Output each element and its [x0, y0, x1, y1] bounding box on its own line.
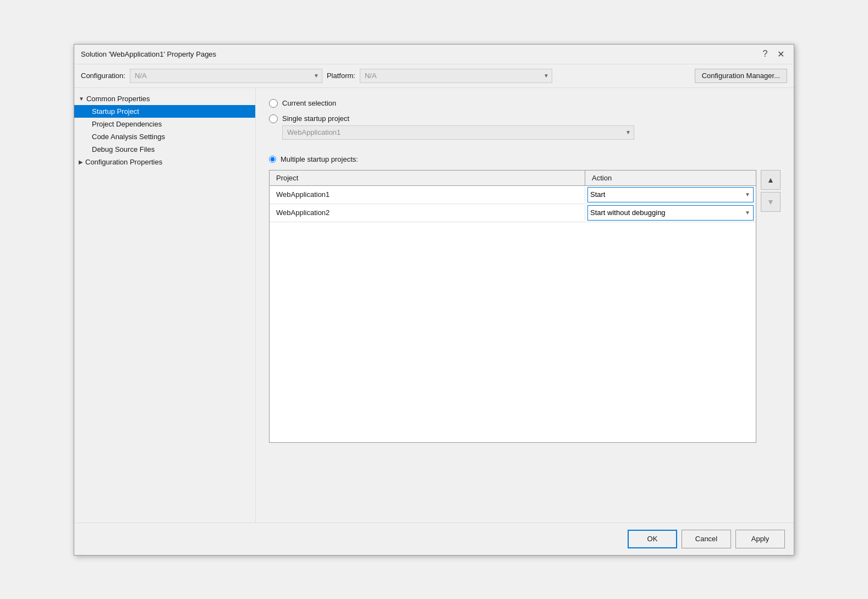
single-startup-radio[interactable] — [269, 114, 278, 123]
cancel-button[interactable]: Cancel — [682, 530, 731, 548]
single-startup-row: Single startup project — [269, 114, 781, 123]
sidebar-item-project-dependencies-label: Project Dependencies — [92, 120, 162, 128]
action-select-wrapper-1: None Start Start without debugging ▼ — [587, 187, 754, 202]
single-startup-select[interactable]: WebApplication1 — [282, 125, 634, 140]
action-select-1[interactable]: None Start Start without debugging — [587, 187, 754, 202]
multiple-startup-section: Multiple startup projects: Project Actio… — [269, 155, 781, 443]
move-up-button[interactable]: ▲ — [761, 170, 781, 190]
table-header: Project Action — [270, 171, 756, 186]
config-manager-button[interactable]: Configuration Manager... — [695, 69, 787, 83]
single-startup-select-wrapper: WebApplication1 ▼ — [282, 125, 634, 140]
configuration-properties-arrow: ▶ — [79, 159, 83, 165]
current-selection-row: Current selection — [269, 99, 781, 108]
single-startup-group: Single startup project WebApplication1 ▼ — [269, 114, 781, 140]
current-selection-radio[interactable] — [269, 99, 278, 108]
move-down-button[interactable]: ▼ — [761, 192, 781, 212]
configuration-properties-label: Configuration Properties — [85, 158, 162, 166]
common-properties-label: Common Properties — [86, 95, 150, 103]
sidebar: ▼ Common Properties Startup Project Proj… — [74, 88, 256, 523]
multiple-startup-label[interactable]: Multiple startup projects: — [281, 155, 358, 163]
sidebar-item-code-analysis-label: Code Analysis Settings — [92, 133, 165, 141]
common-properties-header[interactable]: ▼ Common Properties — [74, 92, 255, 105]
platform-label: Platform: — [327, 72, 355, 80]
single-startup-dropdown: WebApplication1 ▼ — [282, 125, 781, 140]
projects-table: Project Action WebApplication1 None — [269, 170, 756, 443]
single-startup-label[interactable]: Single startup project — [282, 114, 349, 123]
sidebar-item-startup-project-label: Startup Project — [92, 107, 139, 116]
config-bar: Configuration: N/A ▼ Platform: N/A ▼ Con… — [74, 64, 794, 88]
action-select-wrapper-2: None Start Start without debugging ▼ — [587, 205, 754, 221]
action-select-2[interactable]: None Start Start without debugging — [587, 205, 754, 221]
table-row: WebApplication2 None Start Start without… — [270, 204, 756, 222]
sidebar-item-startup-project[interactable]: Startup Project — [74, 105, 255, 118]
bottom-bar: OK Cancel Apply — [74, 523, 794, 555]
title-bar: Solution 'WebApplication1' Property Page… — [74, 45, 794, 64]
action-cell-2: None Start Start without debugging ▼ — [585, 204, 756, 222]
close-button[interactable]: ✕ — [774, 47, 787, 61]
configuration-select[interactable]: N/A — [130, 69, 322, 83]
configuration-select-wrapper: N/A ▼ — [130, 69, 322, 83]
project-cell-1: WebApplication1 — [270, 187, 585, 202]
common-properties-arrow: ▼ — [79, 96, 84, 102]
table-row: WebApplication1 None Start Start without… — [270, 186, 756, 204]
multiple-startup-radio[interactable] — [269, 156, 276, 163]
sidebar-item-debug-source-label: Debug Source Files — [92, 145, 155, 153]
configuration-properties-header[interactable]: ▶ Configuration Properties — [74, 156, 255, 168]
title-bar-buttons: ? ✕ — [759, 47, 787, 61]
apply-button[interactable]: Apply — [735, 530, 785, 548]
dialog: Solution 'WebApplication1' Property Page… — [74, 44, 794, 556]
col-project-header: Project — [270, 171, 585, 185]
platform-select[interactable]: N/A — [360, 69, 552, 83]
move-buttons: ▲ ▼ — [761, 170, 781, 212]
platform-select-wrapper: N/A ▼ — [360, 69, 552, 83]
current-selection-label[interactable]: Current selection — [282, 99, 336, 107]
main-content: ▼ Common Properties Startup Project Proj… — [74, 88, 794, 523]
multiple-startup-row: Multiple startup projects: — [269, 155, 781, 163]
table-empty-area — [270, 222, 756, 442]
projects-table-container: Project Action WebApplication1 None — [269, 170, 781, 443]
sidebar-item-code-analysis-settings[interactable]: Code Analysis Settings — [74, 130, 255, 143]
startup-options-group: Current selection Single startup project… — [269, 99, 781, 443]
sidebar-item-debug-source-files[interactable]: Debug Source Files — [74, 143, 255, 156]
ok-button[interactable]: OK — [628, 530, 677, 548]
col-action-header: Action — [585, 171, 756, 185]
help-button[interactable]: ? — [759, 47, 772, 61]
sidebar-item-project-dependencies[interactable]: Project Dependencies — [74, 118, 255, 130]
configuration-label: Configuration: — [81, 72, 125, 80]
action-cell-1: None Start Start without debugging ▼ — [585, 186, 756, 204]
dialog-title: Solution 'WebApplication1' Property Page… — [81, 50, 216, 58]
right-panel: Current selection Single startup project… — [256, 88, 794, 523]
project-cell-2: WebApplication2 — [270, 205, 585, 220]
